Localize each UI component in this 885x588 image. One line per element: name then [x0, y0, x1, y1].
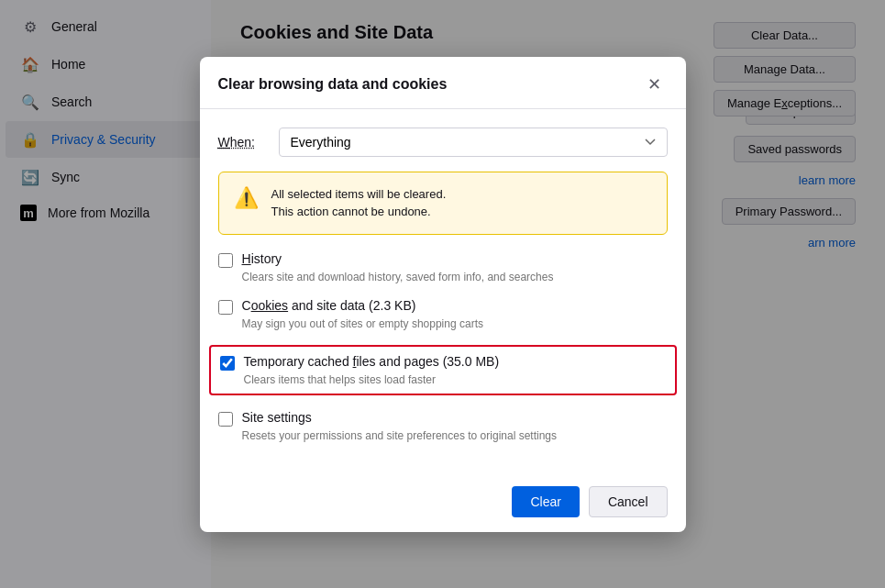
- warning-text: All selected items will be cleared. This…: [271, 185, 447, 221]
- cookies-desc: May sign you out of sites or empty shopp…: [242, 317, 668, 330]
- close-button[interactable]: ✕: [642, 72, 668, 97]
- cookies-label-text: Cookies and site data (2.3 KB): [242, 298, 416, 313]
- cache-checkbox[interactable]: [220, 356, 235, 371]
- checkbox-history-label[interactable]: History: [218, 251, 668, 268]
- cache-label-text: Temporary cached files and pages (35.0 M…: [244, 354, 500, 369]
- dialog-body: When: Everything Last Hour Last 2 Hours …: [200, 109, 686, 475]
- modal-overlay: Clear browsing data and cookies ✕ When: …: [0, 0, 885, 588]
- site-settings-checkbox[interactable]: [218, 412, 233, 427]
- checkbox-cookies: Cookies and site data (2.3 KB) May sign …: [218, 298, 668, 330]
- site-settings-label-text: Site settings: [242, 410, 312, 425]
- cancel-button[interactable]: Cancel: [589, 486, 668, 517]
- warning-icon: ⚠️: [234, 186, 259, 210]
- warning-box: ⚠️ All selected items will be cleared. T…: [218, 172, 668, 235]
- dialog-header: Clear browsing data and cookies ✕: [200, 57, 686, 109]
- clear-button[interactable]: Clear: [512, 486, 579, 517]
- checkbox-cache-label[interactable]: Temporary cached files and pages (35.0 M…: [220, 354, 666, 371]
- when-select[interactable]: Everything Last Hour Last 2 Hours Last 4…: [279, 128, 668, 157]
- cache-desc: Clears items that helps sites load faste…: [244, 373, 666, 386]
- history-desc: Clears site and download history, saved …: [242, 271, 668, 283]
- checkbox-site-settings-label[interactable]: Site settings: [218, 410, 668, 427]
- when-row: When: Everything Last Hour Last 2 Hours …: [218, 128, 668, 157]
- history-checkbox[interactable]: [218, 253, 233, 268]
- dialog-footer: Clear Cancel: [200, 475, 686, 532]
- when-label: When:: [218, 135, 264, 150]
- checkbox-history: History Clears site and download history…: [218, 251, 668, 283]
- dialog-title: Clear browsing data and cookies: [218, 76, 448, 93]
- checkbox-site-settings: Site settings Resets your permissions an…: [218, 410, 668, 442]
- checkbox-cache: Temporary cached files and pages (35.0 M…: [209, 345, 677, 395]
- site-settings-desc: Resets your permissions and site prefere…: [242, 429, 668, 442]
- checkbox-cookies-label[interactable]: Cookies and site data (2.3 KB): [218, 298, 668, 315]
- history-label-text: History: [242, 251, 282, 266]
- cookies-checkbox[interactable]: [218, 300, 233, 315]
- dialog: Clear browsing data and cookies ✕ When: …: [200, 57, 686, 532]
